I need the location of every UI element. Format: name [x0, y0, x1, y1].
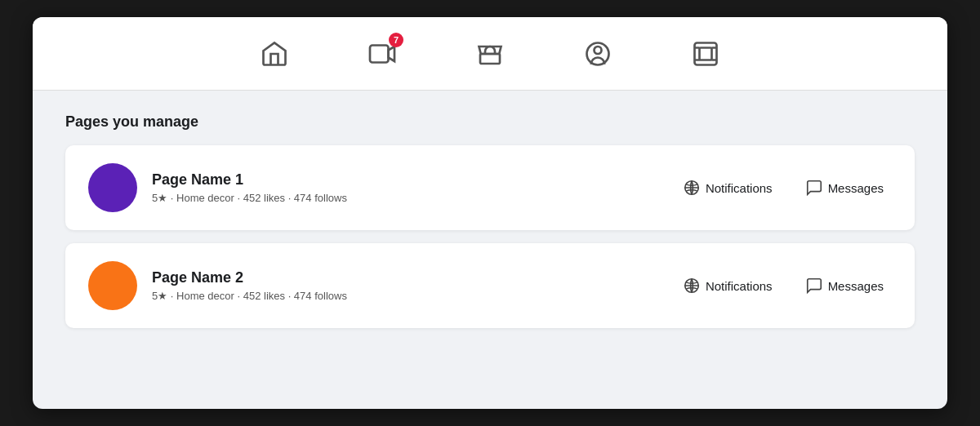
nav-item-groups[interactable]	[577, 33, 619, 75]
message-icon-2	[805, 277, 823, 295]
page-meta-1: 5★ · Home decor · 452 likes · 474 follow…	[152, 192, 347, 204]
svg-rect-5	[700, 47, 712, 60]
home-icon	[260, 39, 289, 69]
page-info-2: Page Name 2 5★ · Home decor · 452 likes …	[152, 269, 347, 302]
svg-rect-1	[480, 54, 500, 64]
page-actions-1: Notifications Messages	[675, 174, 892, 202]
page-name-2: Page Name 2	[152, 269, 347, 286]
groups-icon	[583, 39, 612, 69]
video-badge: 7	[389, 33, 403, 47]
nav-item-pages[interactable]	[684, 33, 727, 75]
page-meta-2: 5★ · Home decor · 452 likes · 474 follow…	[152, 290, 347, 302]
pages-icon	[691, 39, 720, 69]
main-content: Pages you manage Page Name 1 5★ · Home d…	[33, 91, 947, 364]
message-icon-1	[805, 179, 823, 197]
top-nav: 7	[33, 17, 947, 91]
nav-item-marketplace[interactable]	[469, 33, 511, 75]
app-window: 7	[33, 17, 947, 409]
svg-point-3	[595, 47, 602, 54]
messages-label-1: Messages	[828, 181, 884, 195]
notifications-label-1: Notifications	[706, 181, 773, 195]
notifications-button-2[interactable]: Notifications	[675, 272, 781, 300]
messages-label-2: Messages	[828, 279, 884, 293]
notifications-label-2: Notifications	[706, 279, 773, 293]
nav-item-video[interactable]: 7	[361, 33, 403, 75]
page-actions-2: Notifications Messages	[675, 272, 892, 300]
page-name-1: Page Name 1	[152, 171, 347, 189]
svg-rect-0	[370, 45, 389, 62]
globe-icon-1	[683, 179, 701, 197]
notifications-button-1[interactable]: Notifications	[675, 174, 781, 202]
marketplace-icon	[475, 39, 505, 69]
page-left-1: Page Name 1 5★ · Home decor · 452 likes …	[88, 163, 347, 212]
page-info-1: Page Name 1 5★ · Home decor · 452 likes …	[152, 171, 347, 204]
page-left-2: Page Name 2 5★ · Home decor · 452 likes …	[88, 261, 347, 310]
section-title: Pages you manage	[65, 113, 915, 131]
messages-button-1[interactable]: Messages	[797, 174, 892, 202]
messages-button-2[interactable]: Messages	[797, 272, 892, 300]
globe-icon-2	[683, 277, 701, 295]
nav-item-home[interactable]	[253, 33, 296, 75]
page-avatar-1	[88, 163, 137, 212]
page-card-1: Page Name 1 5★ · Home decor · 452 likes …	[65, 145, 915, 230]
page-card-2: Page Name 2 5★ · Home decor · 452 likes …	[65, 243, 915, 328]
page-avatar-2	[88, 261, 137, 310]
svg-rect-4	[695, 42, 717, 64]
